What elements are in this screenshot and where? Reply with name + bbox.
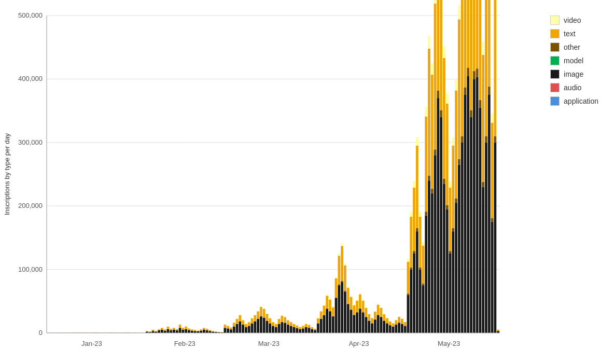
legend-label-image: image xyxy=(564,70,583,78)
chart-canvas xyxy=(0,0,614,364)
legend-swatch-other xyxy=(550,43,560,52)
legend-item-audio: audio xyxy=(550,83,598,92)
legend-label-video: video xyxy=(564,16,581,24)
legend-swatch-audio xyxy=(550,83,560,92)
legend-swatch-video xyxy=(550,16,560,25)
chart-container: videotextothermodelimageaudioapplication xyxy=(0,0,614,364)
legend-item-model: model xyxy=(550,56,598,65)
legend-label-other: other xyxy=(564,43,580,51)
legend-label-audio: audio xyxy=(564,83,581,92)
legend-label-model: model xyxy=(564,57,583,65)
legend-item-other: other xyxy=(550,43,598,52)
legend-swatch-application xyxy=(550,96,560,106)
chart-legend: videotextothermodelimageaudioapplication xyxy=(550,16,598,106)
legend-label-application: application xyxy=(564,97,598,105)
legend-item-image: image xyxy=(550,69,598,79)
legend-swatch-image xyxy=(550,69,560,79)
legend-item-application: application xyxy=(550,96,598,106)
legend-swatch-model xyxy=(550,56,560,65)
legend-swatch-text xyxy=(550,29,560,38)
legend-label-text: text xyxy=(564,30,576,38)
legend-item-video: video xyxy=(550,16,598,25)
legend-item-text: text xyxy=(550,29,598,38)
